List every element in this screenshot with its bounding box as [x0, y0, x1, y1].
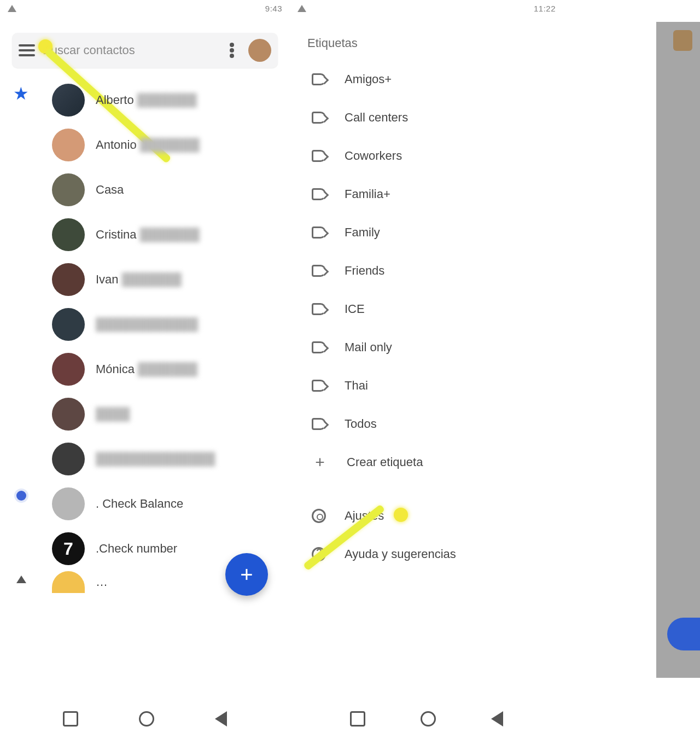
label-item[interactable]: Coworkers [312, 137, 563, 175]
help-item[interactable]: Ayuda y sugerencias [312, 535, 563, 573]
label-item[interactable]: Friends [312, 252, 563, 290]
label-icon [312, 380, 326, 392]
screenshot-background-sliver [563, 0, 700, 738]
nav-recent-icon[interactable] [350, 711, 365, 727]
plus-icon: + [240, 562, 253, 587]
nav-back-icon[interactable] [215, 711, 227, 727]
contact-avatar [52, 173, 85, 206]
nav-back-icon[interactable] [491, 711, 503, 727]
nav-recent-icon[interactable] [63, 711, 78, 727]
label-icon [312, 112, 326, 124]
status-bar: 9:43 [0, 0, 290, 16]
add-contact-fab [667, 618, 700, 650]
plus-icon: + [312, 454, 328, 470]
contact-name: Alberto [96, 93, 134, 107]
label-text: Family [345, 225, 380, 240]
contact-avatar [52, 129, 85, 161]
section-caret-icon [16, 576, 26, 583]
contact-avatar [52, 218, 85, 251]
contact-row[interactable]: . Check Balance [52, 481, 290, 526]
label-text: Thai [345, 379, 368, 393]
screenshot-contacts-list: 9:43 Buscar contactos ★ Alberto ███████ … [0, 0, 290, 738]
label-text: Friends [345, 264, 384, 278]
signal-icon [8, 5, 16, 12]
nav-home-icon[interactable] [139, 711, 154, 727]
status-bar: 11:22 [290, 0, 563, 16]
hamburger-menu-icon[interactable] [19, 44, 35, 56]
labels-section-title: Etiquetas [290, 16, 563, 60]
label-icon [312, 188, 326, 200]
star-icon: ★ [13, 83, 29, 104]
contact-avatar [52, 263, 85, 296]
contact-row[interactable]: Casa [52, 167, 290, 212]
android-nav-bar [0, 700, 290, 738]
contact-row[interactable]: Alberto ███████ [52, 78, 290, 123]
label-item[interactable]: Family [312, 213, 563, 252]
gear-icon [312, 509, 326, 523]
contact-row[interactable]: Ivan ███████ [52, 257, 290, 302]
section-dot-icon [16, 491, 26, 501]
time-text: 11:22 [534, 4, 556, 13]
account-avatar [673, 30, 692, 51]
contact-avatar: 7 [52, 532, 85, 565]
account-avatar[interactable] [248, 39, 271, 62]
contact-name: .Check number [96, 542, 177, 555]
contact-row[interactable]: ██████████████ [52, 437, 290, 481]
label-text: Todos [345, 417, 377, 431]
nav-home-icon[interactable] [421, 711, 436, 727]
contact-name: Mónica [96, 362, 135, 376]
more-menu-icon[interactable] [230, 48, 234, 53]
contact-row[interactable]: ████████████ [52, 302, 290, 347]
label-item[interactable]: Todos [312, 405, 563, 443]
label-icon [312, 150, 326, 162]
labels-list: Amigos+ Call centers Coworkers Familia+ … [290, 60, 563, 573]
label-item[interactable]: Mail only [312, 328, 563, 367]
search-input[interactable]: Buscar contactos [43, 43, 215, 57]
label-icon [312, 341, 326, 353]
label-text: Amigos+ [345, 72, 392, 86]
signal-icon [298, 5, 306, 12]
help-text: Ayuda y sugerencias [345, 547, 456, 561]
label-text: ICE [345, 302, 365, 316]
label-text: Call centers [345, 111, 408, 125]
add-contact-fab[interactable]: + [225, 553, 268, 596]
label-icon [312, 226, 326, 239]
contact-avatar [52, 308, 85, 341]
contact-avatar [52, 353, 85, 386]
contacts-list: ★ Alberto ███████ Antonio ███████ Casa C… [0, 78, 290, 593]
label-icon [312, 265, 326, 277]
contact-avatar [52, 398, 85, 431]
label-text: Coworkers [345, 149, 402, 163]
label-icon [312, 303, 326, 315]
highlight-settings-dot [394, 508, 408, 522]
contact-avatar [52, 84, 85, 117]
label-text: Mail only [345, 340, 392, 355]
contact-name: Antonio [96, 138, 137, 152]
contact-name: . Check Balance [96, 497, 183, 510]
contact-row[interactable]: Mónica ███████ [52, 347, 290, 392]
android-nav-bar [290, 700, 563, 738]
label-icon [312, 73, 326, 85]
contact-row[interactable]: Cristina ███████ [52, 212, 290, 257]
create-label-item[interactable]: +Crear etiqueta [312, 443, 563, 481]
contact-name: Cristina [96, 228, 137, 241]
screenshot-nav-drawer: 11:22 Etiquetas Amigos+ Call centers Cow… [290, 0, 563, 738]
label-text: Familia+ [345, 187, 390, 201]
contact-avatar [52, 571, 85, 593]
label-item[interactable]: Amigos+ [312, 60, 563, 98]
create-label-text: Crear etiqueta [347, 455, 423, 469]
label-item[interactable]: Call centers [312, 98, 563, 137]
scrim [656, 22, 700, 678]
time-text: 9:43 [265, 4, 282, 13]
contact-row[interactable]: Antonio ███████ [52, 123, 290, 167]
contact-row[interactable]: ████ [52, 392, 290, 437]
contact-name: Casa [96, 183, 124, 196]
label-item[interactable]: Thai [312, 367, 563, 405]
contact-name: Ivan [96, 272, 119, 286]
contact-avatar [52, 487, 85, 520]
label-item[interactable]: ICE [312, 290, 563, 328]
label-item[interactable]: Familia+ [312, 175, 563, 213]
contact-avatar [52, 443, 85, 475]
label-icon [312, 418, 326, 430]
